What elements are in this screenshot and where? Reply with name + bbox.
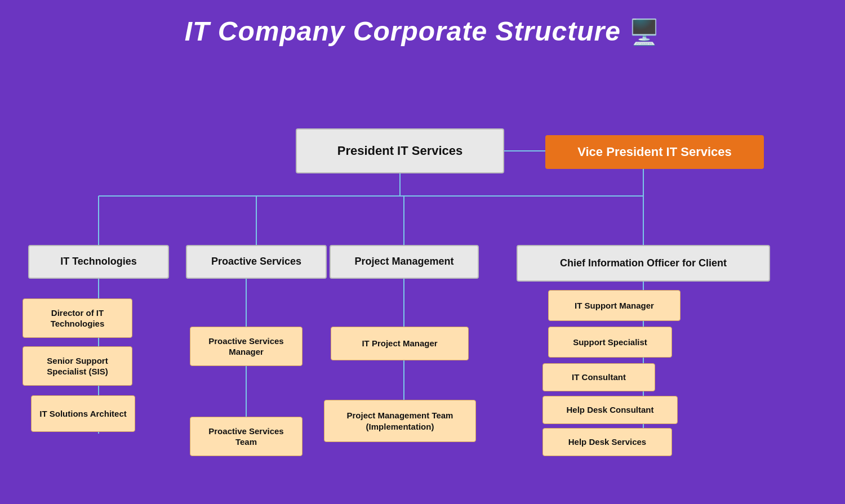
node-proj-team-label: Project Management Team (Implementation) (331, 410, 469, 432)
node-proactive-mgr: Proactive Services Manager (190, 327, 303, 366)
node-president: President IT Services (296, 128, 504, 173)
node-senior-ss: Senior Support Specialist (SIS) (23, 346, 132, 386)
node-proactive: Proactive Services (186, 245, 327, 279)
node-it-support-mgr-label: IT Support Manager (575, 300, 654, 311)
node-proactive-team-label: Proactive Services Team (197, 426, 295, 448)
node-it-tech: IT Technologies (28, 245, 169, 279)
title-text: IT Company Corporate Structure (185, 16, 621, 46)
node-it-consultant-label: IT Consultant (572, 372, 626, 383)
node-proj-mgmt: Project Management (330, 245, 479, 279)
gear-icon: 🖥️ (629, 18, 660, 46)
node-it-sol: IT Solutions Architect (31, 395, 135, 432)
node-proactive-team: Proactive Services Team (190, 417, 303, 456)
node-president-label: President IT Services (337, 143, 463, 159)
page-title: IT Company Corporate Structure 🖥️ (0, 0, 845, 47)
node-support-spec: Support Specialist (548, 327, 672, 358)
node-it-sol-label: IT Solutions Architect (39, 408, 126, 420)
org-chart: President IT Services Vice President IT … (0, 79, 845, 504)
node-vp-label: Vice President IT Services (577, 144, 732, 160)
node-proactive-mgr-label: Proactive Services Manager (197, 336, 295, 358)
node-support-spec-label: Support Specialist (573, 337, 647, 348)
node-help-desk-services-label: Help Desk Services (568, 436, 646, 448)
node-help-desk-consultant: Help Desk Consultant (542, 396, 678, 424)
node-it-support-mgr: IT Support Manager (548, 290, 681, 321)
node-vp: Vice President IT Services (545, 135, 764, 169)
node-it-tech-label: IT Technologies (60, 255, 137, 268)
node-help-desk-services: Help Desk Services (542, 428, 672, 456)
node-cio: Chief Information Officer for Client (517, 245, 770, 282)
node-it-proj-mgr-label: IT Project Manager (362, 338, 437, 349)
node-proj-team: Project Management Team (Implementation) (324, 400, 476, 442)
node-proactive-label: Proactive Services (211, 255, 301, 268)
node-senior-ss-label: Senior Support Specialist (SIS) (30, 355, 125, 377)
node-it-proj-mgr: IT Project Manager (331, 327, 469, 360)
node-proj-mgmt-label: Project Management (354, 255, 453, 268)
node-dir-it-label: Director of IT Technologies (30, 307, 125, 329)
node-cio-label: Chief Information Officer for Client (560, 257, 727, 270)
node-help-desk-consultant-label: Help Desk Consultant (566, 404, 653, 416)
node-it-consultant: IT Consultant (542, 363, 655, 391)
node-dir-it: Director of IT Technologies (23, 298, 132, 338)
